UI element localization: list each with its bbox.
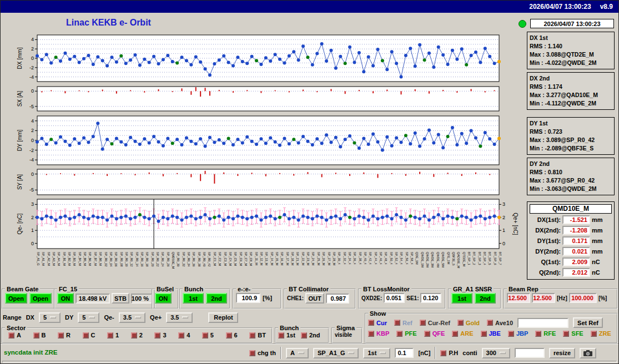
- sector-group: Sector ABRC123456BT: [2, 325, 273, 343]
- sector-select-value: A: [290, 350, 295, 356]
- checkbox-item-ave10[interactable]: Ave10: [487, 320, 513, 326]
- chg-th-toggle[interactable]: chg th: [249, 350, 276, 356]
- checkbox-6[interactable]: [226, 332, 232, 338]
- fc15-on-button[interactable]: ON: [57, 293, 74, 304]
- checkbox-sfe[interactable]: [563, 331, 569, 337]
- range-qe-plus-menu[interactable]: 3.5: [166, 312, 193, 323]
- stat-row: Min : -4.112@QWDE_2M: [530, 99, 612, 108]
- checkbox-item-gold[interactable]: Gold: [457, 320, 480, 326]
- checkbox-item-sfe[interactable]: SFE: [563, 330, 583, 337]
- checkbox-gold[interactable]: [457, 320, 464, 326]
- checkbox-kbp[interactable]: [368, 331, 374, 337]
- conti-label: conti: [462, 350, 477, 356]
- range-qe-minus-menu[interactable]: 3.5: [119, 312, 145, 323]
- checkbox-bt[interactable]: [249, 332, 255, 338]
- checkbox-pfe[interactable]: [396, 331, 402, 337]
- points-select-menu[interactable]: 300: [482, 348, 510, 358]
- checkbox-2nd[interactable]: [301, 332, 307, 338]
- checkbox-item-4[interactable]: 4: [178, 332, 190, 338]
- checkbox-item-cur[interactable]: Cur: [368, 320, 387, 326]
- checkbox-cur[interactable]: [368, 320, 374, 326]
- plot-sy[interactable]: 0-5SY [A]: [15, 168, 521, 196]
- checkbox-label-c: C: [91, 332, 95, 338]
- checkbox-jbe[interactable]: [481, 331, 487, 337]
- checkbox-zre[interactable]: [591, 331, 597, 337]
- checkbox-item-zre[interactable]: ZRE: [591, 330, 611, 337]
- checkbox-r[interactable]: [58, 332, 64, 338]
- checkbox-item-bt[interactable]: BT: [249, 332, 266, 338]
- gr-snsr-1st-button[interactable]: 1st: [451, 293, 472, 304]
- checkbox-ref[interactable]: [394, 320, 400, 326]
- checkbox-item-a[interactable]: A: [8, 332, 21, 338]
- checkbox-ave10[interactable]: [487, 320, 493, 326]
- chg-th-checkbox[interactable]: [249, 350, 255, 356]
- replot-button[interactable]: Replot: [208, 312, 238, 323]
- fc15-stb-button[interactable]: STB: [112, 293, 129, 304]
- show-row1: CurRefCur-RefGoldAve10: [368, 320, 513, 326]
- bpm-select-menu[interactable]: SP_A1_G: [313, 348, 359, 358]
- checkbox-rfe[interactable]: [535, 331, 541, 337]
- stat-row: Max : 3.677@SP_R0_42: [530, 176, 612, 185]
- checkbox-item-6[interactable]: 6: [226, 332, 238, 338]
- plot-sx[interactable]: 0-5SX [A]: [15, 85, 521, 114]
- che1-out-button[interactable]: OUT: [305, 293, 324, 304]
- checkbox-item-rfe[interactable]: RFE: [535, 330, 556, 337]
- checkbox-1[interactable]: [107, 332, 113, 338]
- checkbox-5[interactable]: [202, 332, 208, 338]
- aux-input[interactable]: [515, 348, 545, 358]
- bunch-2nd-button[interactable]: 2nd: [206, 293, 227, 304]
- plot-dy[interactable]: 420-2-4DY [mm]: [15, 114, 521, 167]
- checkbox-item-qfe[interactable]: QFE: [424, 330, 445, 337]
- resize-button[interactable]: resize: [549, 348, 575, 358]
- bpm-select-value: SP_A1_G: [318, 350, 345, 356]
- checkbox-item-are[interactable]: ARE: [452, 330, 473, 337]
- checkbox-item-c[interactable]: C: [83, 332, 95, 338]
- checkbox-item-b[interactable]: B: [33, 332, 46, 338]
- checkbox-item-ref[interactable]: Ref: [394, 320, 412, 326]
- ph-toggle[interactable]: P.H: [440, 350, 458, 356]
- checkbox-item-1[interactable]: 1: [107, 332, 119, 338]
- checkbox-qfe[interactable]: [424, 331, 430, 337]
- ref-name-input[interactable]: [517, 318, 568, 328]
- checkbox-are[interactable]: [452, 331, 458, 337]
- checkbox-cur-ref[interactable]: [420, 320, 426, 326]
- checkbox-item-jbp[interactable]: JBP: [508, 330, 528, 337]
- plot-qe[interactable]: 32103210Qe+ [nC]Qe- [nC]: [15, 198, 521, 250]
- ph-checkbox[interactable]: [440, 350, 446, 356]
- bunch-1st-button[interactable]: 1st: [183, 293, 204, 304]
- sector-select-menu[interactable]: A: [286, 348, 309, 358]
- checkbox-a[interactable]: [8, 332, 14, 338]
- beam-gate-open-button-2[interactable]: Open: [29, 293, 52, 304]
- checkbox-item-r[interactable]: R: [58, 332, 71, 338]
- bunch-select-menu[interactable]: 1st: [363, 348, 390, 358]
- svg-text:SP_17_M: SP_17_M: [286, 252, 289, 266]
- checkbox-item-cur-ref[interactable]: Cur-Ref: [420, 320, 450, 326]
- checkbox-label-ref: Ref: [402, 320, 412, 326]
- checkbox-2[interactable]: [131, 332, 137, 338]
- gr-snsr-2nd-button[interactable]: 2nd: [475, 293, 496, 304]
- checkbox-1st[interactable]: [278, 332, 284, 338]
- checkbox-item-jbe[interactable]: JBE: [481, 330, 501, 337]
- screenshot-button[interactable]: [580, 348, 596, 358]
- svg-text:SP_R0_34: SP_R0_34: [187, 252, 190, 267]
- checkbox-jbp[interactable]: [508, 331, 514, 337]
- busel-on-button[interactable]: ON: [155, 293, 172, 304]
- threshold-input[interactable]: [395, 348, 414, 358]
- checkbox-item-pfe[interactable]: PFE: [396, 330, 416, 337]
- checkbox-b[interactable]: [33, 332, 39, 338]
- checkbox-3[interactable]: [154, 332, 160, 338]
- checkbox-item-kbp[interactable]: KBP: [368, 330, 389, 337]
- checkbox-item-2[interactable]: 2: [131, 332, 143, 338]
- checkbox-item-3[interactable]: 3: [154, 332, 166, 338]
- beam-gate-open-button-1[interactable]: Open: [5, 293, 27, 304]
- checkbox-4[interactable]: [178, 332, 184, 338]
- plot-dx[interactable]: 420-2-4DX [mm]: [15, 32, 521, 85]
- checkbox-item-1st[interactable]: 1st: [278, 332, 295, 338]
- stat-box-dx-1st: DX 1stRMS : 1.140Max : 3.088@QTD2E_MMin …: [527, 32, 615, 69]
- checkbox-item-5[interactable]: 5: [202, 332, 214, 338]
- set-ref-button[interactable]: Set Ref: [573, 317, 603, 328]
- range-dy-menu[interactable]: 5: [78, 312, 99, 323]
- range-dx-menu[interactable]: 5: [39, 312, 61, 323]
- checkbox-item-2nd[interactable]: 2nd: [301, 332, 320, 338]
- checkbox-c[interactable]: [83, 332, 89, 338]
